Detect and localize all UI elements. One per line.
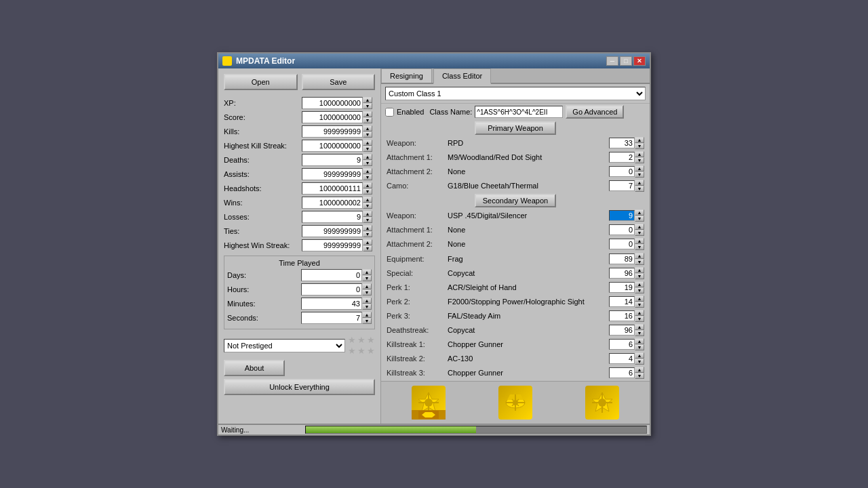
equip-up[interactable]: ▲ xyxy=(635,253,644,259)
pw-weapon-down[interactable]: ▼ xyxy=(635,143,644,149)
ks3-num[interactable] xyxy=(609,367,635,378)
prestige-select[interactable]: Not Prestiged 1st Prestige 2nd Prestige xyxy=(224,339,345,352)
ks2-down[interactable]: ▼ xyxy=(635,359,644,365)
ties-input[interactable] xyxy=(302,225,363,237)
headshots-up[interactable]: ▲ xyxy=(363,182,372,188)
tab-resigning[interactable]: Resigning xyxy=(381,68,432,83)
pw-att2-up[interactable]: ▲ xyxy=(635,165,644,171)
seconds-input[interactable] xyxy=(301,312,362,324)
pw-att1-down[interactable]: ▼ xyxy=(635,157,644,163)
losses-up[interactable]: ▲ xyxy=(363,211,372,217)
deathstreak-num[interactable] xyxy=(609,325,635,336)
sw-weapon-down[interactable]: ▼ xyxy=(635,216,644,222)
deaths-up[interactable]: ▲ xyxy=(363,154,372,160)
perk2-num[interactable] xyxy=(609,296,635,307)
perk1-num[interactable] xyxy=(609,282,635,293)
pw-att2-down[interactable]: ▼ xyxy=(635,171,644,178)
perk3-down[interactable]: ▼ xyxy=(635,316,644,322)
class-name-input[interactable] xyxy=(475,106,563,118)
hks-input[interactable] xyxy=(302,140,363,152)
sw-att2-num[interactable] xyxy=(609,239,635,249)
pw-att1-up[interactable]: ▲ xyxy=(635,151,644,157)
xp-up[interactable]: ▲ xyxy=(363,97,372,103)
hws-down[interactable]: ▼ xyxy=(363,245,372,251)
headshots-input[interactable] xyxy=(302,182,363,195)
perk3-up[interactable]: ▲ xyxy=(635,310,644,316)
days-input[interactable] xyxy=(301,269,362,281)
assists-input[interactable] xyxy=(302,168,363,180)
pw-camo-up[interactable]: ▲ xyxy=(635,180,644,186)
score-down[interactable]: ▼ xyxy=(363,117,372,123)
hours-input[interactable] xyxy=(301,283,362,296)
save-button[interactable]: Save xyxy=(302,74,376,90)
hours-down[interactable]: ▼ xyxy=(362,289,372,296)
sw-weapon-num[interactable] xyxy=(609,210,635,221)
hks-up[interactable]: ▲ xyxy=(363,140,372,146)
minimize-button[interactable]: ─ xyxy=(606,56,618,66)
deaths-input[interactable] xyxy=(302,154,363,166)
secondary-weapon-button[interactable]: Secondary Weapon xyxy=(475,194,556,207)
kills-up[interactable]: ▲ xyxy=(363,125,372,131)
deaths-down[interactable]: ▼ xyxy=(363,160,372,166)
pw-att2-num[interactable] xyxy=(609,166,635,177)
tab-class-editor[interactable]: Class Editor xyxy=(433,68,491,84)
equip-num[interactable] xyxy=(609,253,635,264)
minutes-input[interactable] xyxy=(301,298,362,310)
ks2-num[interactable] xyxy=(609,353,635,364)
ks3-up[interactable]: ▲ xyxy=(635,367,644,373)
sw-att1-up[interactable]: ▲ xyxy=(635,224,644,230)
hws-input[interactable] xyxy=(302,239,363,251)
deathstreak-up[interactable]: ▲ xyxy=(635,324,644,330)
enabled-checkbox[interactable] xyxy=(385,108,394,117)
xp-input[interactable] xyxy=(302,97,363,109)
headshots-down[interactable]: ▼ xyxy=(363,188,372,195)
days-up[interactable]: ▲ xyxy=(362,269,372,275)
xp-down[interactable]: ▼ xyxy=(363,103,372,109)
wins-down[interactable]: ▼ xyxy=(363,203,372,209)
pw-weapon-num[interactable] xyxy=(609,138,635,148)
wins-up[interactable]: ▲ xyxy=(363,197,372,203)
hks-down[interactable]: ▼ xyxy=(363,146,372,152)
wins-input[interactable] xyxy=(302,197,363,209)
hws-up[interactable]: ▲ xyxy=(363,239,372,245)
perk1-down[interactable]: ▼ xyxy=(635,287,644,293)
unlock-everything-button[interactable]: Unlock Everything xyxy=(224,379,375,395)
special-down[interactable]: ▼ xyxy=(635,273,644,279)
minutes-down[interactable]: ▼ xyxy=(362,304,372,310)
deathstreak-down[interactable]: ▼ xyxy=(635,330,644,336)
kills-input[interactable] xyxy=(302,125,363,138)
close-button[interactable]: ✕ xyxy=(633,56,646,66)
go-advanced-button[interactable]: Go Advanced xyxy=(566,105,624,119)
assists-up[interactable]: ▲ xyxy=(363,168,372,174)
sw-att2-down[interactable]: ▼ xyxy=(635,244,644,250)
open-button[interactable]: Open xyxy=(224,74,298,90)
seconds-up[interactable]: ▲ xyxy=(362,312,372,318)
about-button[interactable]: About xyxy=(224,360,285,376)
score-input[interactable] xyxy=(302,111,363,123)
pw-camo-down[interactable]: ▼ xyxy=(635,186,644,192)
ties-up[interactable]: ▲ xyxy=(363,225,372,231)
assists-down[interactable]: ▼ xyxy=(363,174,372,180)
perk2-down[interactable]: ▼ xyxy=(635,302,644,308)
pw-att1-num[interactable] xyxy=(609,152,635,163)
ks2-up[interactable]: ▲ xyxy=(635,352,644,359)
ties-down[interactable]: ▼ xyxy=(363,231,372,237)
sw-att1-down[interactable]: ▼ xyxy=(635,230,644,236)
sw-att1-num[interactable] xyxy=(609,224,635,235)
perk2-up[interactable]: ▲ xyxy=(635,296,644,302)
special-num[interactable] xyxy=(609,268,635,279)
losses-input[interactable] xyxy=(302,211,363,223)
ks1-down[interactable]: ▼ xyxy=(635,344,644,350)
score-up[interactable]: ▲ xyxy=(363,111,372,117)
equip-down[interactable]: ▼ xyxy=(635,259,644,265)
ks3-down[interactable]: ▼ xyxy=(635,373,644,379)
perk3-num[interactable] xyxy=(609,310,635,321)
sw-weapon-up[interactable]: ▲ xyxy=(635,209,644,216)
kills-down[interactable]: ▼ xyxy=(363,131,372,138)
minutes-up[interactable]: ▲ xyxy=(362,298,372,304)
sw-att2-up[interactable]: ▲ xyxy=(635,238,644,244)
seconds-down[interactable]: ▼ xyxy=(362,318,372,324)
class-select[interactable]: Custom Class 1 Custom Class 2 Custom Cla… xyxy=(385,87,646,100)
losses-down[interactable]: ▼ xyxy=(363,217,372,223)
pw-weapon-up[interactable]: ▲ xyxy=(635,137,644,143)
